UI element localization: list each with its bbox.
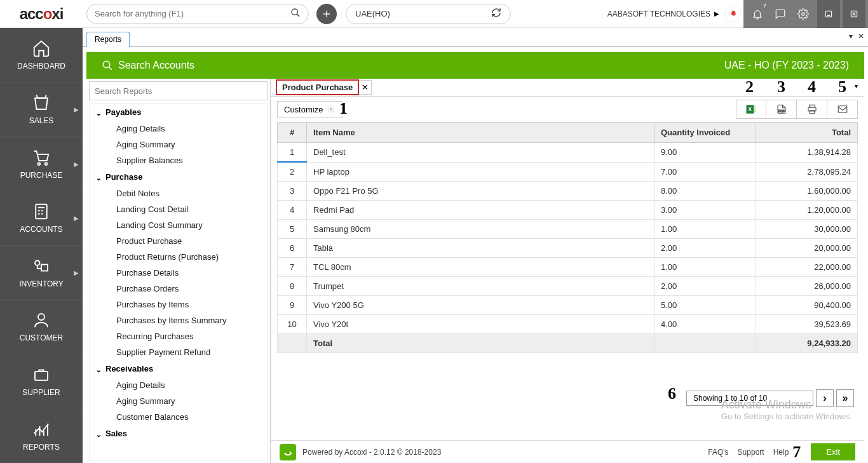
add-button[interactable]: [316, 4, 337, 24]
minimize-button[interactable]: [817, 0, 840, 28]
tree-leaf[interactable]: Landing Cost Detail: [90, 201, 267, 217]
cell-item-name: Vivo Y20t: [307, 315, 654, 334]
tree-leaf[interactable]: Recurring Purchases: [90, 328, 267, 344]
col-item-name[interactable]: Item Name: [307, 123, 654, 143]
cell-item-name: Tabla: [307, 239, 654, 258]
svg-point-20: [38, 314, 44, 320]
exit-label: Exit: [826, 447, 840, 457]
nav-purchase[interactable]: PURCHASE▶: [0, 137, 83, 191]
dropdown-caret-icon[interactable]: ▾: [855, 83, 858, 90]
tree-leaf[interactable]: Purchases by Items Summary: [90, 312, 267, 328]
search-reports[interactable]: [89, 81, 268, 100]
table-row[interactable]: 9Vivo Y200 5G5.0090,400.00: [278, 296, 858, 315]
chevron-right-icon: ▶: [74, 160, 79, 167]
sync-icon[interactable]: [491, 8, 501, 20]
table-row[interactable]: 10Vivo Y20t4.0039,523.69: [278, 315, 858, 334]
col-index[interactable]: #: [278, 123, 307, 143]
customize-label: Customize: [284, 105, 323, 114]
footer-faq-link[interactable]: FAQ's: [708, 448, 728, 457]
tree-leaf[interactable]: Purchase Details: [90, 265, 267, 281]
search-icon[interactable]: [290, 8, 301, 20]
nav-supplier[interactable]: SUPPLIER: [0, 354, 83, 409]
footer-help-link[interactable]: Help: [773, 448, 789, 457]
table-row[interactable]: 8Trumpet2.0026,000.00: [278, 277, 858, 296]
nav-label: SUPPLIER: [22, 388, 60, 397]
settings-button[interactable]: [792, 0, 815, 28]
svg-point-10: [37, 163, 40, 165]
col-total[interactable]: Total: [756, 123, 858, 143]
org-name[interactable]: AABASOFT TECHNOLOGIES: [607, 10, 710, 18]
report-tab-product-purchase[interactable]: Product Purchase: [276, 79, 359, 95]
tree-header[interactable]: Sales: [90, 425, 267, 442]
nav-label: SALES: [29, 116, 54, 125]
tab-reports[interactable]: Reports: [86, 32, 130, 47]
company-selector[interactable]: UAE(HO): [346, 4, 511, 24]
tree-leaf[interactable]: Supplier Payment Refund: [90, 344, 267, 360]
cell-total: 39,523.69: [756, 315, 858, 334]
tree-leaf[interactable]: Supplier Balances: [90, 152, 267, 168]
tree-leaf[interactable]: Product Purchase: [90, 233, 267, 249]
cell-total: 2,78,095.24: [756, 162, 858, 182]
search-reports-input[interactable]: [95, 86, 262, 96]
table-row[interactable]: 3Oppo F21 Pro 5G8.001,60,000.00: [278, 182, 858, 201]
table-row[interactable]: 4Redmi Pad3.001,20,000.00: [278, 201, 858, 220]
tree-leaf[interactable]: Aging Summary: [90, 393, 267, 409]
col-qty[interactable]: Quantity Invoiced: [654, 123, 756, 143]
tree-leaf[interactable]: Aging Summary: [90, 137, 267, 152]
nav-accounts[interactable]: ACCOUNTS▶: [0, 191, 83, 246]
footer: Powered by Accoxi - 2.0.12 © 2018-2023 F…: [271, 440, 864, 463]
report-table-wrap[interactable]: # Item Name Quantity Invoiced Total 1Del…: [277, 122, 858, 389]
tree-leaf[interactable]: Purchases by Items: [90, 297, 267, 312]
global-search-input[interactable]: [95, 9, 290, 18]
report-tab-close[interactable]: ✕: [359, 80, 372, 95]
close-button[interactable]: [843, 0, 865, 28]
nav-dashboard[interactable]: DASHBOARD: [0, 28, 83, 83]
tab-close-icon[interactable]: ✕: [858, 32, 864, 41]
cell-item-name: Redmi Pad: [307, 201, 654, 220]
tree-leaf[interactable]: Customer Balances: [90, 409, 267, 425]
pager-area: 6 Showing 1 to 10 of 10 › » Activate Win…: [271, 389, 864, 440]
nav-label: REPORTS: [23, 443, 60, 452]
exit-button[interactable]: Exit: [811, 443, 855, 460]
nav-reports[interactable]: REPORTS: [0, 408, 83, 463]
tree-leaf[interactable]: Purchase Orders: [90, 281, 267, 297]
cell-total: 90,400.00: [756, 296, 858, 315]
svg-point-0: [292, 9, 297, 15]
notifications-button[interactable]: 7: [746, 0, 769, 28]
tree-header[interactable]: Payables: [90, 104, 267, 121]
cell-qty: 2.00: [654, 277, 756, 296]
nav-sales[interactable]: SALES▶: [0, 83, 83, 137]
export-excel-button[interactable]: X: [736, 100, 766, 119]
footer-support-link[interactable]: Support: [738, 448, 764, 457]
tree-leaf[interactable]: Debit Notes: [90, 185, 267, 201]
window-tools: 7: [743, 0, 868, 28]
search-accounts-bar[interactable]: Search Accounts UAE - HO (FY 2023 - 2023…: [86, 52, 864, 79]
tree-header[interactable]: Purchase: [90, 168, 267, 185]
nav-customer[interactable]: CUSTOMER: [0, 300, 83, 354]
nav-inventory[interactable]: INVENTORY▶: [0, 246, 83, 300]
whats-new-icon[interactable]: [724, 6, 741, 22]
print-button[interactable]: [797, 100, 827, 119]
tree-leaf[interactable]: Product Returns (Purchase): [90, 249, 267, 265]
global-search[interactable]: [86, 4, 309, 24]
fiscal-year-label: UAE - HO (FY 2023 - 2023): [724, 60, 849, 71]
tree-leaf[interactable]: Aging Details: [90, 377, 267, 393]
tree-header[interactable]: Receivables: [90, 360, 267, 377]
reports-tree[interactable]: PayablesAging DetailsAging SummarySuppli…: [89, 103, 268, 460]
tab-minimize-icon[interactable]: ▾: [849, 32, 853, 41]
svg-rect-38: [838, 106, 847, 113]
svg-point-28: [330, 108, 333, 111]
table-row[interactable]: 2HP laptop7.002,78,095.24: [278, 162, 858, 182]
tree-leaf[interactable]: Aging Details: [90, 121, 267, 137]
table-row[interactable]: 7TCL 80cm1.0022,000.00: [278, 258, 858, 277]
export-pdf-button[interactable]: PDF: [766, 100, 797, 119]
chat-button[interactable]: [769, 0, 792, 28]
table-row[interactable]: 1Dell_test9.001,38,914.28: [278, 143, 858, 163]
customize-button[interactable]: Customize: [277, 101, 342, 118]
table-row[interactable]: 5Samsung 80cm1.0030,000.00: [278, 220, 858, 239]
email-button[interactable]: [827, 100, 858, 119]
tree-leaf[interactable]: Landing Cost Summary: [90, 217, 267, 233]
cell-item-name: Vivo Y200 5G: [307, 296, 654, 315]
table-row[interactable]: 6Tabla2.0020,000.00: [278, 239, 858, 258]
cell-qty: 9.00: [654, 143, 756, 163]
